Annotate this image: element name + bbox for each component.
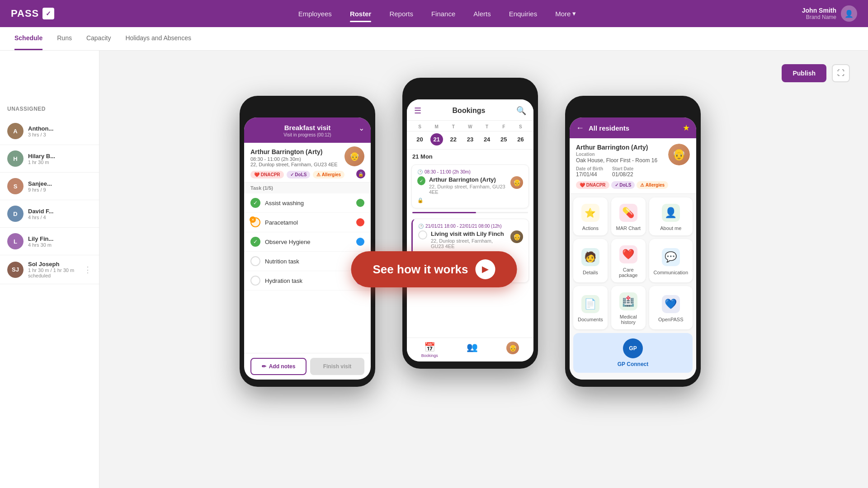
openpass-icon: 💙 (662, 295, 680, 313)
edit-icon: ✏ (262, 363, 266, 370)
booking-time: 🕐 08:30 - 11:00 (2h 30m) (417, 169, 523, 174)
booking-time: 🕐 21/01/21 18:00 - 22/01/21 08:00 (12h) (418, 224, 523, 229)
resident-info: 👴 Arthur Barrington (Arty) Location Oak … (570, 138, 696, 194)
top-navigation: PASS ✓ Employees Roster Reports Finance … (0, 0, 868, 27)
date-cell[interactable]: 25 (497, 133, 510, 145)
date-cell[interactable]: 24 (481, 133, 493, 145)
see-how-it-works-button[interactable]: See how it works ▶ (351, 251, 517, 287)
task-item[interactable]: ✓ Observe Hygiene (244, 232, 371, 252)
nav-more-dropdown[interactable]: More ▾ (555, 6, 576, 21)
bottom-navigation: 📅 Bookings 👥 👴 (407, 338, 533, 361)
back-icon[interactable]: ← (576, 123, 584, 133)
phone-visit: Breakfast visit Visit in progress (00:12… (240, 96, 375, 387)
gp-connect-icon: GP (623, 338, 643, 358)
date-cell-today[interactable]: 21 (430, 133, 443, 145)
expand-button[interactable]: ⛶ (832, 64, 850, 82)
task-check-icon: ✓ (250, 198, 260, 208)
subnav-holidays[interactable]: Holidays and Absences (125, 27, 191, 50)
filter-icon[interactable]: ☰ (414, 106, 421, 116)
progress-section (407, 212, 533, 215)
booking-address: 22, Dunlop street, Farnham, GU23 4EE (429, 184, 507, 195)
card-label: Documents (578, 317, 603, 322)
bookings-icon: 📅 (424, 342, 435, 352)
resident-avatar: 👴 (668, 144, 690, 165)
booking-card[interactable]: 🕐 08:30 - 11:00 (2h 30m) ✓ Arthur Barrin… (411, 164, 529, 208)
card-mar-chart[interactable]: 💊 MAR Chart (611, 197, 646, 235)
task-item[interactable]: ✕ Paracetamol (244, 213, 371, 232)
logo-area[interactable]: PASS ✓ (11, 8, 54, 19)
nav-people[interactable]: 👥 (467, 342, 478, 358)
nav-finance[interactable]: Finance (431, 6, 455, 21)
card-details[interactable]: 🧑 Details (573, 239, 608, 282)
about-me-icon: 👤 (662, 204, 680, 222)
phones-container: Breakfast visit Visit in progress (00:12… (72, 87, 868, 387)
booking-patient-name: Arthur Barrington (Arty) (429, 176, 507, 183)
play-icon: ▶ (475, 259, 495, 279)
nav-bookings[interactable]: 📅 Bookings (421, 342, 438, 358)
nav-alerts[interactable]: Alerts (473, 6, 491, 21)
main-content: Visit sche... Publish ⛶ Unassigned A Ant… (0, 51, 868, 488)
task-name: Observe Hygiene (265, 239, 352, 245)
task-item[interactable]: ✓ Assist washing (244, 193, 371, 213)
date-cell[interactable]: 20 (414, 133, 426, 145)
bookings-label: Bookings (421, 353, 438, 358)
task-name: Assist washing (265, 200, 352, 206)
card-gp-connect[interactable]: GP GP Connect (573, 333, 693, 373)
visit-title: Breakfast visit (251, 124, 363, 131)
finish-visit-button[interactable]: Finish visit (310, 358, 364, 375)
cta-label: See how it works (373, 263, 468, 277)
day-label: T (445, 124, 462, 129)
user-avatar[interactable]: 👤 (841, 5, 857, 22)
badge-allergies: ⚠ Allergies (637, 181, 668, 189)
task-name: Nutrition task (265, 258, 352, 265)
phone-screen-residents: ← All residents ★ 👴 Arthur Barrington (A… (570, 117, 696, 380)
start-date-field: Start Date 01/08/22 (612, 166, 633, 178)
nav-profile[interactable]: 👴 (506, 342, 519, 358)
logo-text: PASS (11, 8, 39, 19)
avatar: S (7, 178, 24, 194)
card-communication[interactable]: 💬 Communication (649, 239, 693, 282)
date-cell[interactable]: 22 (447, 133, 460, 145)
badge-dnacpr: ❤️ DNACPR (576, 181, 609, 189)
card-documents[interactable]: 📄 Documents (573, 286, 608, 329)
nav-roster[interactable]: Roster (350, 6, 372, 21)
card-label: Communication (654, 270, 688, 275)
phone-notch (448, 85, 493, 96)
date-cell[interactable]: 23 (464, 133, 476, 145)
badge-dnacpr: ❤️ DNACPR (250, 171, 284, 178)
visit-status: Visit in progress (00:12) (251, 132, 363, 137)
date-section-header: 21 Mon (407, 150, 533, 161)
chevron-down-icon[interactable]: ⌄ (359, 124, 364, 132)
booking-info: Arthur Barrington (Arty) 22, Dunlop stre… (429, 176, 507, 195)
task-header: Task (1/5) (244, 182, 371, 193)
badge-dols: ✓ DoLS (611, 181, 635, 189)
card-openpass[interactable]: 💙 OpenPASS (649, 286, 693, 329)
day-label: S (411, 124, 428, 129)
nav-reports[interactable]: Reports (389, 6, 413, 21)
day-label: F (495, 124, 512, 129)
patient-badges: ❤️ DNACPR ✓ DoLS ⚠ Allergies (250, 171, 364, 178)
day-label: M (428, 124, 445, 129)
star-icon[interactable]: ★ (683, 123, 690, 133)
phone-notch (610, 103, 656, 114)
patient-avatar: 👴 (344, 146, 364, 166)
subnav-capacity[interactable]: Capacity (86, 27, 111, 50)
dob-value: 17/01/44 (576, 171, 603, 178)
date-cell[interactable]: 26 (514, 133, 527, 145)
card-about-me[interactable]: 👤 About me (649, 197, 693, 235)
card-medical-history[interactable]: 🏥 Medical history (611, 286, 646, 329)
card-label: OpenPASS (658, 317, 683, 322)
subnav-schedule[interactable]: Schedule (14, 27, 42, 50)
task-name: Hydration task (265, 277, 352, 284)
sub-navigation: Schedule Runs Capacity Holidays and Abse… (0, 27, 868, 51)
publish-button[interactable]: Publish (782, 64, 826, 82)
nav-enquiries[interactable]: Enquiries (509, 6, 538, 21)
nav-employees[interactable]: Employees (298, 6, 332, 21)
card-actions[interactable]: ⭐ Actions (573, 197, 608, 235)
booking-address: 22, Dunlop street, Farnham, GU23 4EE (431, 238, 507, 249)
subnav-runs[interactable]: Runs (57, 27, 72, 50)
card-care-package[interactable]: ❤️ Care package (611, 239, 646, 282)
booking-avatar: 👴 (510, 176, 523, 189)
search-icon[interactable]: 🔍 (516, 106, 526, 116)
add-notes-button[interactable]: ✏ Add notes (250, 358, 307, 375)
